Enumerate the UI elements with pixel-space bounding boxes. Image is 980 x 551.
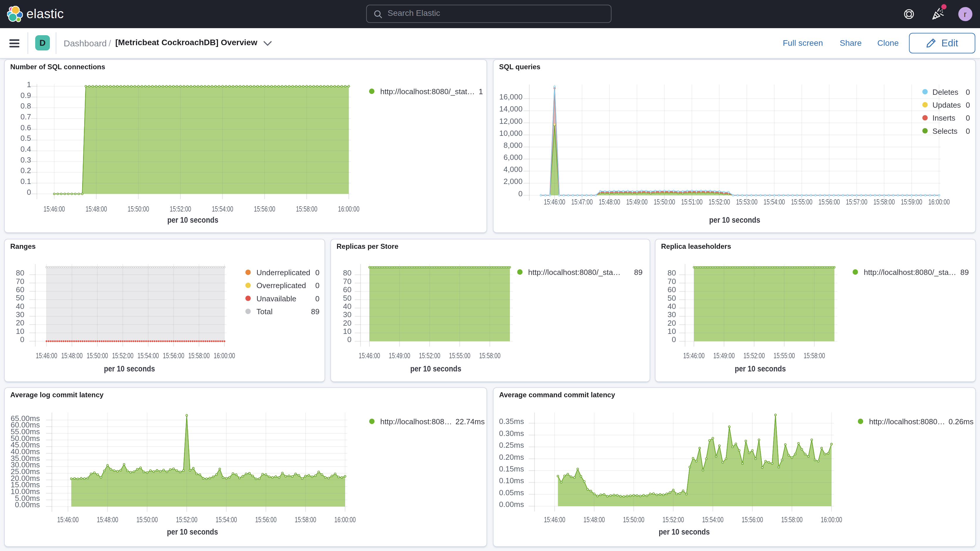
svg-text:10,000: 10,000 <box>499 129 523 138</box>
svg-text:http://localhost:8080/_sta…: http://localhost:8080/_sta… <box>528 268 620 277</box>
svg-text:70: 70 <box>343 277 352 286</box>
svg-text:6,000: 6,000 <box>503 153 523 162</box>
svg-text:0.35ms: 0.35ms <box>499 417 524 426</box>
svg-text:15:57:00: 15:57:00 <box>846 197 867 206</box>
svg-text:15:56:00: 15:56:00 <box>163 351 184 360</box>
svg-text:15:58:00: 15:58:00 <box>296 204 318 213</box>
svg-text:Deletes: Deletes <box>932 88 958 97</box>
svg-text:0.10ms: 0.10ms <box>499 476 524 485</box>
svg-text:10: 10 <box>16 327 24 336</box>
svg-text:0: 0 <box>966 100 970 110</box>
svg-text:15:46:00: 15:46:00 <box>43 204 65 213</box>
svg-text:8,000: 8,000 <box>503 141 523 150</box>
svg-text:15:52:00: 15:52:00 <box>170 204 191 213</box>
svg-text:0.6: 0.6 <box>21 123 31 132</box>
svg-text:Overreplicated: Overreplicated <box>256 281 306 290</box>
svg-text:Unavailable: Unavailable <box>256 294 296 303</box>
svg-text:15:46:00: 15:46:00 <box>359 351 380 360</box>
svg-text:0.00ms: 0.00ms <box>499 500 524 509</box>
svg-text:15:53:00: 15:53:00 <box>736 197 757 206</box>
svg-text:89: 89 <box>311 307 320 316</box>
svg-text:20: 20 <box>16 318 24 327</box>
svg-text:0.15ms: 0.15ms <box>499 465 524 473</box>
svg-text:50: 50 <box>668 294 676 303</box>
svg-text:60: 60 <box>668 285 676 294</box>
svg-text:Inserts: Inserts <box>932 113 955 123</box>
svg-text:50: 50 <box>16 293 24 302</box>
svg-text:1: 1 <box>27 80 31 89</box>
svg-text:15:48:00: 15:48:00 <box>599 197 620 206</box>
svg-text:Underreplicated: Underreplicated <box>256 268 310 277</box>
svg-text:15:48:00: 15:48:00 <box>86 204 107 213</box>
svg-text:Total: Total <box>256 307 272 316</box>
svg-text:15:58:00: 15:58:00 <box>188 351 210 360</box>
svg-text:15:48:00: 15:48:00 <box>584 515 605 524</box>
svg-text:15:58:00: 15:58:00 <box>295 515 316 524</box>
svg-text:10: 10 <box>668 327 676 336</box>
svg-text:15:51:00: 15:51:00 <box>681 197 703 206</box>
svg-text:0.30ms: 0.30ms <box>499 429 524 438</box>
svg-text:15:54:00: 15:54:00 <box>138 351 159 360</box>
svg-text:per 10 seconds: per 10 seconds <box>104 364 155 373</box>
svg-text:15:58:00: 15:58:00 <box>479 351 501 360</box>
svg-text:http://localhost:808…: http://localhost:808… <box>380 417 452 426</box>
svg-text:0.1: 0.1 <box>21 177 31 186</box>
svg-text:40: 40 <box>16 302 24 311</box>
svg-text:15:58:00: 15:58:00 <box>803 351 825 360</box>
svg-text:0: 0 <box>315 281 320 290</box>
svg-text:30: 30 <box>668 310 676 319</box>
svg-text:per 10 seconds: per 10 seconds <box>735 364 786 373</box>
svg-text:15:52:00: 15:52:00 <box>662 515 684 524</box>
svg-text:0.25ms: 0.25ms <box>499 441 524 449</box>
svg-text:60: 60 <box>16 285 24 294</box>
svg-text:0: 0 <box>519 189 523 198</box>
svg-text:16:00:00: 16:00:00 <box>334 515 356 524</box>
svg-text:30: 30 <box>343 310 352 319</box>
svg-text:15:52:00: 15:52:00 <box>709 197 730 206</box>
svg-text:15:54:00: 15:54:00 <box>212 204 233 213</box>
svg-text:15:50:00: 15:50:00 <box>127 204 149 213</box>
svg-text:0.9: 0.9 <box>21 91 31 100</box>
svg-text:15:49:00: 15:49:00 <box>713 351 735 360</box>
svg-text:1: 1 <box>479 87 483 96</box>
svg-text:15:56:00: 15:56:00 <box>255 515 277 524</box>
svg-text:15:55:00: 15:55:00 <box>449 351 470 360</box>
svg-text:per 10 seconds: per 10 seconds <box>709 215 760 225</box>
svg-text:15:52:00: 15:52:00 <box>112 351 134 360</box>
svg-text:20: 20 <box>343 318 352 327</box>
svg-text:http://localhost:8080/_sta…: http://localhost:8080/_sta… <box>864 268 956 277</box>
svg-text:0: 0 <box>347 335 352 344</box>
svg-text:0.8: 0.8 <box>21 102 31 110</box>
svg-text:http://localhost:8080/_stat…: http://localhost:8080/_stat… <box>380 87 475 96</box>
svg-text:15:52:00: 15:52:00 <box>419 351 441 360</box>
svg-text:15:54:00: 15:54:00 <box>764 197 785 206</box>
svg-text:15:46:00: 15:46:00 <box>683 351 705 360</box>
svg-text:0: 0 <box>27 188 31 197</box>
svg-text:per 10 seconds: per 10 seconds <box>659 527 710 536</box>
svg-text:89: 89 <box>960 268 969 277</box>
svg-text:15:56:00: 15:56:00 <box>819 197 840 206</box>
svg-text:80: 80 <box>343 268 352 277</box>
svg-text:16:00:00: 16:00:00 <box>338 204 360 213</box>
svg-text:60: 60 <box>343 285 352 294</box>
svg-text:0: 0 <box>20 335 24 344</box>
svg-text:15:48:00: 15:48:00 <box>61 351 83 360</box>
svg-text:15:50:00: 15:50:00 <box>623 515 644 524</box>
svg-text:2,000: 2,000 <box>503 177 523 186</box>
svg-text:80: 80 <box>668 268 676 277</box>
svg-text:per 10 seconds: per 10 seconds <box>167 215 218 225</box>
svg-text:16:00:00: 16:00:00 <box>821 515 842 524</box>
svg-text:15:50:00: 15:50:00 <box>87 351 108 360</box>
svg-text:15:46:00: 15:46:00 <box>36 351 57 360</box>
svg-text:15:54:00: 15:54:00 <box>702 515 724 524</box>
svg-text:15:48:00: 15:48:00 <box>97 515 118 524</box>
svg-text:15:46:00: 15:46:00 <box>544 515 565 524</box>
svg-text:0.26ms: 0.26ms <box>948 417 974 426</box>
svg-text:15:52:00: 15:52:00 <box>743 351 765 360</box>
svg-text:15:56:00: 15:56:00 <box>254 204 275 213</box>
svg-text:15:58:00: 15:58:00 <box>781 515 803 524</box>
svg-text:0: 0 <box>966 113 970 123</box>
svg-text:0.3: 0.3 <box>21 156 31 164</box>
svg-text:12,000: 12,000 <box>499 117 523 126</box>
svg-text:0: 0 <box>672 335 676 344</box>
